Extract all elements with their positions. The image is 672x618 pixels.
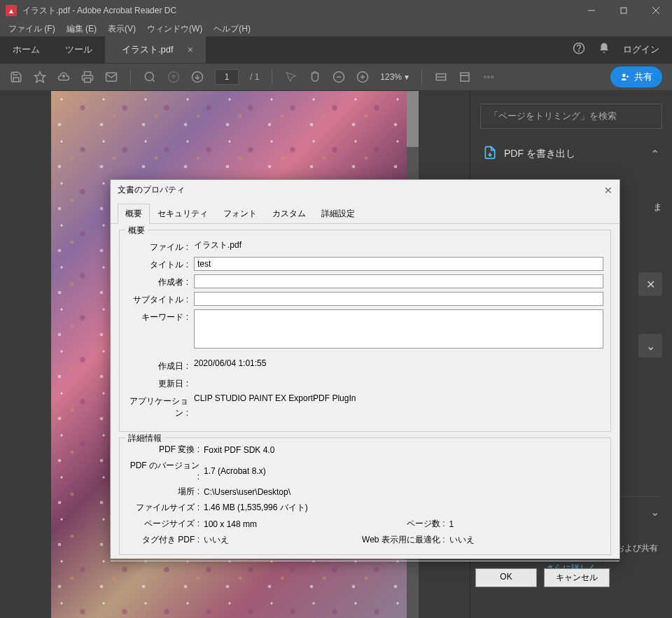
menu-help[interactable]: ヘルプ(H): [208, 22, 256, 36]
prev-page-icon[interactable]: [167, 71, 180, 83]
chevron-down-icon: ▾: [405, 72, 409, 82]
login-link[interactable]: ログイン: [623, 43, 659, 56]
zoom-in-icon[interactable]: [356, 71, 369, 83]
title-input[interactable]: [194, 257, 603, 271]
read-mode-icon[interactable]: [458, 71, 471, 83]
app-icon: ▲: [6, 5, 17, 16]
star-icon[interactable]: [34, 71, 46, 83]
separator: [130, 69, 131, 85]
created-value: 2020/06/04 1:01:55: [194, 358, 603, 368]
cloud-upload-icon[interactable]: [57, 71, 70, 83]
author-input[interactable]: [194, 274, 603, 288]
menu-view[interactable]: 表示(V): [102, 22, 141, 36]
zoom-out-icon[interactable]: [332, 71, 345, 83]
titlebar: ▲ イラスト.pdf - Adobe Acrobat Reader DC: [0, 0, 672, 21]
svg-point-5: [579, 50, 580, 51]
bell-icon[interactable]: [598, 42, 610, 57]
author-label: 作成者 :: [127, 274, 188, 288]
zoom-select[interactable]: 123% ▾: [380, 72, 409, 82]
svg-point-25: [622, 73, 626, 77]
location-value: C:\Users\user\Desktop\: [204, 487, 603, 497]
panel-close-x-button[interactable]: ✕: [638, 272, 662, 296]
svg-rect-20: [461, 73, 469, 81]
share-button[interactable]: 共有: [610, 66, 662, 87]
filesize-value: 1.46 MB (1,535,996 バイト): [204, 502, 603, 514]
export-pdf-section[interactable]: PDF を書き出し ⌃: [480, 137, 662, 171]
toolbar: / 1 123% ▾ 共有: [0, 63, 672, 91]
file-value: イラスト.pdf: [194, 239, 603, 251]
webopt-value: いいえ: [449, 534, 604, 546]
page-number-input[interactable]: [215, 69, 239, 85]
print-icon[interactable]: [81, 71, 94, 83]
tab-advanced[interactable]: 詳細設定: [314, 204, 363, 224]
tab-custom[interactable]: カスタム: [265, 204, 314, 224]
scrollbar-thumb[interactable]: [407, 91, 419, 147]
svg-line-10: [153, 80, 155, 82]
svg-point-23: [488, 76, 490, 78]
separator: [272, 69, 272, 85]
help-icon[interactable]: [573, 42, 585, 57]
maximize-button[interactable]: [608, 0, 640, 21]
tab-fonts[interactable]: フォント: [216, 204, 265, 224]
pagecount-label: ページ数 :: [358, 518, 449, 530]
pdf-version-label: PDF のバージョン :: [127, 460, 204, 482]
dialog-footer: OK キャンセル: [111, 561, 620, 594]
menu-file[interactable]: ファイル (F): [3, 22, 61, 36]
tagged-value: いいえ: [204, 534, 358, 546]
svg-point-24: [491, 76, 493, 78]
tab-security[interactable]: セキュリティ: [150, 204, 216, 224]
window-title: イラスト.pdf - Adobe Acrobat Reader DC: [22, 5, 176, 17]
dialog-title: 文書のプロパティ: [118, 184, 604, 196]
dialog-tabs: 概要 セキュリティ フォント カスタム 詳細設定: [111, 200, 620, 224]
separator: [421, 69, 422, 85]
tab-close-icon[interactable]: ×: [188, 44, 193, 55]
tab-summary[interactable]: 概要: [118, 204, 150, 224]
created-label: 作成日 :: [127, 358, 188, 372]
panel-dropdown-button[interactable]: ⌄: [638, 334, 662, 358]
dialog-close-icon[interactable]: ✕: [604, 185, 612, 196]
menubar: ファイル (F) 編集 (E) 表示(V) ウィンドウ(W) ヘルプ(H): [0, 21, 672, 36]
menu-edit[interactable]: 編集 (E): [61, 22, 102, 36]
subject-input[interactable]: [194, 292, 603, 306]
save-icon[interactable]: [10, 71, 22, 83]
cancel-button[interactable]: キャンセル: [544, 568, 610, 587]
mail-icon[interactable]: [105, 71, 118, 83]
pdf-producer-value: Foxit PDF SDK 4.0: [204, 445, 603, 455]
export-pdf-icon: [483, 146, 497, 162]
tab-home[interactable]: ホーム: [0, 36, 52, 63]
more-icon[interactable]: [482, 71, 495, 83]
application-value: CLIP STUDIO PAINT EX ExportPDF PlugIn: [194, 393, 603, 403]
person-plus-icon: [620, 72, 630, 82]
tab-document[interactable]: イラスト.pdf ×: [105, 36, 206, 63]
details-fieldset: 詳細情報 PDF 変換 : Foxit PDF SDK 4.0 PDF のバージ…: [119, 437, 611, 555]
svg-point-9: [145, 72, 153, 80]
menu-window[interactable]: ウィンドウ(W): [141, 22, 208, 36]
chevron-up-icon: ⌃: [650, 148, 659, 161]
svg-rect-1: [621, 8, 626, 13]
pagecount-value: 1: [449, 519, 604, 529]
summary-legend: 概要: [125, 225, 148, 237]
ok-button[interactable]: OK: [475, 568, 537, 587]
select-tool-icon[interactable]: [285, 71, 298, 83]
tab-tools[interactable]: ツール: [52, 36, 105, 63]
pdf-producer-label: PDF 変換 :: [127, 444, 204, 456]
dialog-titlebar: 文書のプロパティ ✕: [111, 180, 620, 200]
tools-search-input[interactable]: 「ページをトリミング」を検索: [480, 104, 662, 129]
chevron-down-icon: ⌄: [650, 505, 659, 519]
filesize-label: ファイルサイズ :: [127, 502, 204, 514]
svg-marker-6: [35, 72, 46, 83]
next-page-icon[interactable]: [191, 71, 204, 83]
tabbar: ホーム ツール イラスト.pdf × ログイン: [0, 36, 672, 63]
hand-tool-icon[interactable]: [309, 71, 321, 83]
subject-label: サブタイトル :: [127, 292, 188, 306]
search-icon[interactable]: [144, 71, 156, 83]
minimize-button[interactable]: [575, 0, 608, 21]
close-button[interactable]: [640, 0, 672, 21]
fit-width-icon[interactable]: [435, 71, 447, 83]
pagesize-value: 100 x 148 mm: [204, 519, 358, 529]
keywords-input[interactable]: [194, 309, 603, 349]
modified-label: 更新日 :: [127, 376, 188, 390]
svg-rect-7: [85, 78, 91, 83]
title-label: タイトル :: [127, 257, 188, 271]
webopt-label: Web 表示用に最適化 :: [358, 534, 449, 546]
